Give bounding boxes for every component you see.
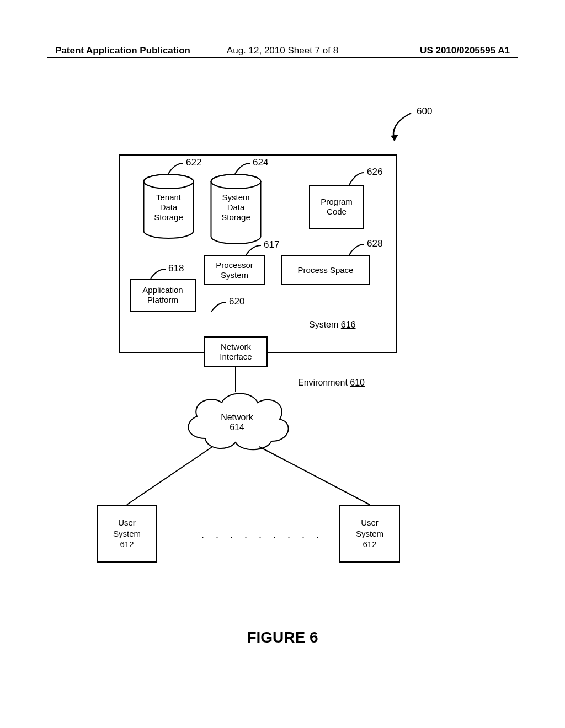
figure-title: FIGURE 6 <box>247 629 318 646</box>
user-system-left-label: User System <box>113 517 141 539</box>
ref-624-leader <box>231 162 253 175</box>
network-interface-label: Network Interface <box>220 342 252 362</box>
system-616-label: System 616 <box>309 320 356 330</box>
ref-617-leader <box>242 244 264 258</box>
ref-626-leader <box>345 171 367 188</box>
header-left: Patent Application Publication <box>55 45 190 56</box>
program-code-label: Program Code <box>321 197 353 217</box>
process-space-box: Process Space <box>281 255 370 285</box>
ref-628: 628 <box>367 238 382 249</box>
program-code-box: Program Code <box>309 185 364 229</box>
processor-system-box: Processor System <box>204 255 265 285</box>
tenant-data-storage-label: Tenant Data Storage <box>142 192 195 222</box>
user-system-left-num: 612 <box>120 539 134 550</box>
ref-617: 617 <box>264 239 279 250</box>
cloud-to-users-lines <box>105 444 386 507</box>
system-data-storage-label: System Data Storage <box>210 192 262 222</box>
network-interface-box: Network Interface <box>204 336 268 367</box>
ref-624: 624 <box>253 157 268 168</box>
ref-620-leader <box>207 301 229 314</box>
ref-628-leader <box>345 243 367 258</box>
ref-622: 622 <box>186 157 201 168</box>
ref-622-leader <box>164 162 186 175</box>
process-space-label: Process Space <box>298 265 354 275</box>
header-right: US 2010/0205595 A1 <box>420 45 510 56</box>
svg-marker-0 <box>391 135 398 141</box>
user-system-right-label: User System <box>356 517 383 539</box>
tenant-data-storage-cylinder: Tenant Data Storage <box>142 173 195 239</box>
network-cloud-label: Network 614 <box>175 413 299 432</box>
application-platform-box: Application Platform <box>130 279 196 312</box>
user-system-box-left: User System 612 <box>97 505 157 563</box>
ref-620: 620 <box>229 296 244 307</box>
environment-610-label: Environment 610 <box>298 378 365 388</box>
ref-626: 626 <box>367 167 382 178</box>
processor-system-label: Processor System <box>216 260 253 280</box>
ref-618-leader <box>146 267 168 281</box>
user-system-box-right: User System 612 <box>339 505 400 563</box>
system-data-storage-cylinder: System Data Storage <box>210 173 262 245</box>
ref-600: 600 <box>417 106 432 117</box>
header-rule <box>47 57 518 58</box>
svg-line-5 <box>127 447 212 505</box>
header-center: Aug. 12, 2010 Sheet 7 of 8 <box>227 45 338 56</box>
ref-618: 618 <box>168 263 184 274</box>
ellipsis-dots: . . . . . . . . . <box>201 529 323 541</box>
page-header: Patent Application Publication Aug. 12, … <box>0 45 565 56</box>
user-system-right-num: 612 <box>363 539 376 550</box>
application-platform-label: Application Platform <box>142 285 183 305</box>
svg-line-6 <box>259 447 370 505</box>
